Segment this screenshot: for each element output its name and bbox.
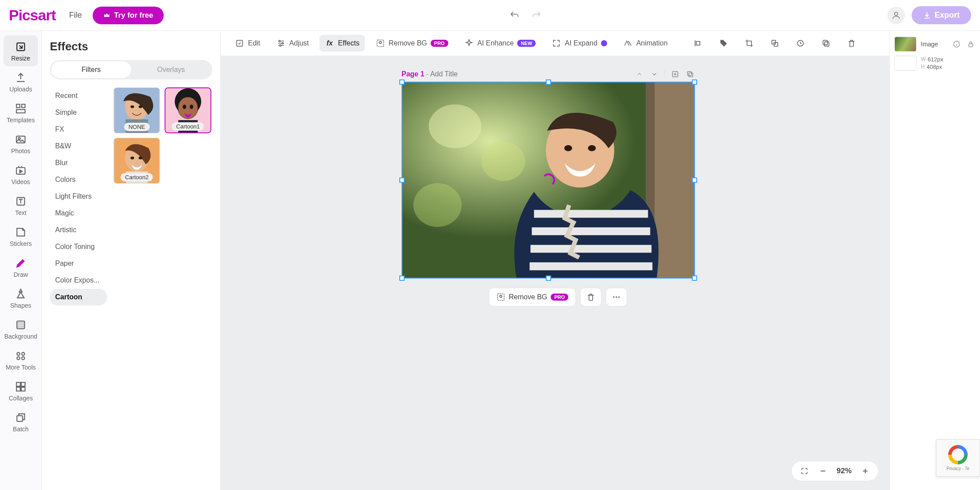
rail-background[interactable]: Background: [4, 313, 38, 344]
file-menu[interactable]: File: [69, 11, 82, 20]
layer-button[interactable]: [765, 35, 785, 52]
thumb-label: NONE: [124, 123, 150, 131]
aienhance-button[interactable]: AI Enhance NEW: [459, 35, 541, 52]
category-fx[interactable]: FX: [50, 121, 107, 138]
loading-spinner: [542, 173, 555, 187]
resize-handle-tr[interactable]: [692, 79, 697, 85]
category-color-expos-[interactable]: Color Expos...: [50, 272, 107, 289]
rail-more-tools[interactable]: More Tools: [4, 344, 38, 375]
aiexpand-button[interactable]: AI Expand: [546, 35, 612, 52]
page-label: Page 1: [402, 70, 424, 78]
rail-videos[interactable]: Videos: [4, 159, 38, 190]
panel-title: Effects: [50, 40, 212, 53]
zoom-in-button[interactable]: [860, 466, 870, 476]
effect-thumb-cartoon1[interactable]: Cartoon1: [165, 87, 211, 133]
try-for-free-button[interactable]: Try for free: [93, 7, 164, 24]
zoom-out-button[interactable]: [818, 466, 828, 476]
resize-handle-br[interactable]: [692, 275, 697, 281]
float-removebg-button[interactable]: Remove BG PRO: [489, 288, 576, 306]
add-page-button[interactable]: [670, 69, 680, 79]
sync-icon: [796, 38, 805, 48]
float-more-button[interactable]: [606, 288, 627, 306]
tab-filters[interactable]: Filters: [51, 61, 131, 78]
rail-batch[interactable]: Batch: [4, 406, 38, 437]
layer-row[interactable]: Image: [894, 35, 976, 53]
page-header: Page 1 -: [402, 69, 695, 79]
page-thumb[interactable]: [894, 56, 916, 71]
export-button[interactable]: Export: [912, 6, 971, 24]
resize-handle-b[interactable]: [546, 275, 551, 281]
duplicate-page-button[interactable]: [685, 69, 695, 79]
crown-icon: [103, 12, 110, 19]
category-simple[interactable]: Simple: [50, 104, 107, 121]
app-logo: Picsart: [9, 7, 56, 24]
category-magic[interactable]: Magic: [50, 205, 107, 222]
category-paper[interactable]: Paper: [50, 255, 107, 272]
sync-button[interactable]: [790, 35, 811, 52]
align-button[interactable]: [688, 35, 708, 52]
rail-uploads[interactable]: Uploads: [4, 66, 38, 97]
tab-overlays[interactable]: Overlays: [131, 61, 211, 78]
tag-button[interactable]: [713, 35, 734, 52]
user-avatar-button[interactable]: [887, 7, 905, 24]
category-colors[interactable]: Colors: [50, 171, 107, 188]
category-cartoon[interactable]: Cartoon: [50, 289, 107, 305]
rail-shapes[interactable]: Shapes: [4, 283, 38, 313]
category-color-toning[interactable]: Color Toning: [50, 238, 107, 255]
fit-button[interactable]: [800, 466, 809, 476]
duplicate-button[interactable]: [816, 35, 836, 52]
undo-button[interactable]: [508, 9, 521, 22]
effects-button[interactable]: fx Effects: [319, 35, 365, 52]
category-blur[interactable]: Blur: [50, 155, 107, 171]
rail-collages[interactable]: Collages: [4, 375, 38, 406]
rail-label: Stickers: [10, 240, 32, 247]
svg-point-28: [183, 105, 186, 109]
edit-button[interactable]: Edit: [229, 35, 266, 52]
thumb-label: Cartoon2: [120, 173, 153, 181]
category-artistic[interactable]: Artistic: [50, 222, 107, 238]
animation-button[interactable]: Animation: [618, 35, 673, 52]
lock-icon[interactable]: [966, 39, 976, 49]
resize-handle-l[interactable]: [399, 177, 405, 183]
delete-button[interactable]: [841, 35, 862, 52]
svg-point-22: [139, 106, 142, 108]
rail-text[interactable]: Text: [4, 190, 38, 221]
category-recent[interactable]: Recent: [50, 87, 107, 104]
pro-badge: PRO: [551, 294, 568, 301]
redo-button[interactable]: [530, 9, 543, 22]
resize-handle-tl[interactable]: [399, 79, 405, 85]
dot-indicator: [601, 40, 607, 46]
category-b-w[interactable]: B&W: [50, 138, 107, 155]
page-title-input[interactable]: [430, 70, 518, 78]
crop-button[interactable]: [739, 35, 759, 52]
upload-icon: [15, 72, 27, 84]
rail-draw[interactable]: Draw: [4, 252, 38, 283]
w-label: W: [921, 56, 926, 63]
category-light-filters[interactable]: Light Filters: [50, 188, 107, 205]
aienhance-label: AI Enhance: [477, 39, 514, 47]
page-dash: -: [426, 70, 428, 78]
rail-label: Shapes: [10, 302, 31, 309]
adjust-button[interactable]: Adjust: [271, 35, 314, 52]
rail-photos[interactable]: Photos: [4, 128, 38, 159]
removebg-button[interactable]: Remove BG PRO: [370, 35, 454, 52]
rail-resize[interactable]: Resize: [4, 35, 38, 66]
rail-stickers[interactable]: Stickers: [4, 221, 38, 252]
rail-label: Collages: [9, 395, 33, 402]
float-delete-button[interactable]: [580, 288, 601, 306]
page-down-button[interactable]: [650, 69, 659, 79]
canvas-area[interactable]: Page 1 -: [221, 56, 890, 490]
resize-handle-t[interactable]: [546, 79, 551, 85]
info-icon[interactable]: [952, 39, 961, 49]
canvas-photo: [402, 83, 694, 278]
svg-point-58: [564, 145, 572, 151]
effect-thumb-none[interactable]: NONE: [113, 87, 160, 133]
resize-handle-r[interactable]: [692, 177, 697, 183]
rail-templates[interactable]: Templates: [4, 97, 38, 128]
canvas-image-selection[interactable]: [402, 82, 695, 279]
svg-rect-16: [16, 387, 20, 391]
page-up-button[interactable]: [635, 69, 644, 79]
resize-handle-bl[interactable]: [399, 275, 405, 281]
effect-thumb-cartoon2[interactable]: Cartoon2: [113, 138, 160, 184]
svg-rect-3: [22, 104, 25, 108]
